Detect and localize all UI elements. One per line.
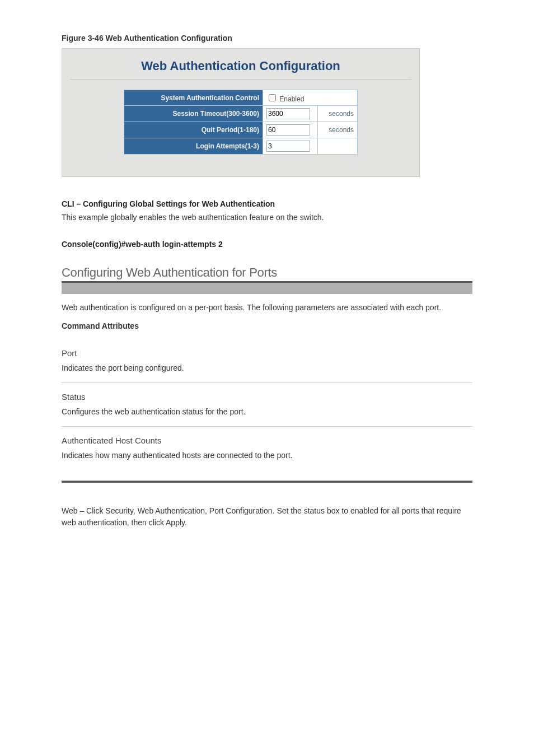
cell-quit-period xyxy=(263,122,318,138)
port-intro: Web authentication is configured on a pe… xyxy=(62,302,472,313)
param-desc-port: Indicates the port being configured. xyxy=(62,362,472,374)
unit-session-timeout: seconds xyxy=(318,106,358,122)
cell-enabled: Enabled xyxy=(263,90,358,106)
row-sys-auth-ctrl: System Authentication Control Enabled xyxy=(124,90,358,106)
cli-text: This example globally enables the web au… xyxy=(62,212,472,223)
param-row-status: Status Configures the web authentication… xyxy=(62,383,472,427)
row-session-timeout: Session Timeout(300-3600) seconds xyxy=(124,106,358,122)
row-quit-period: Quit Period(1-180) seconds xyxy=(124,122,358,138)
param-row-auth-counts: Authenticated Host Counts Indicates how … xyxy=(62,427,472,470)
unit-quit-period: seconds xyxy=(318,122,358,138)
checkbox-enabled-label: Enabled xyxy=(279,95,304,103)
param-desc-auth-counts: Indicates how many authenticated hosts a… xyxy=(62,450,472,461)
input-session-timeout[interactable] xyxy=(266,108,310,119)
label-session-timeout: Session Timeout(300-3600) xyxy=(124,106,263,122)
cell-login-attempts xyxy=(263,138,318,155)
param-name-port: Port xyxy=(62,348,472,358)
panel-divider xyxy=(70,79,411,80)
config-table: System Authentication Control Enabled Se… xyxy=(124,90,358,155)
input-login-attempts[interactable] xyxy=(266,141,310,152)
param-name-status: Status xyxy=(62,392,472,402)
section-rule-grey xyxy=(62,283,472,294)
input-quit-period[interactable] xyxy=(266,124,310,136)
screenshot-panel: Web Authentication Configuration System … xyxy=(62,48,420,177)
footer-text: Web – Click Security, Web Authentication… xyxy=(62,505,472,528)
panel-title: Web Authentication Configuration xyxy=(70,59,411,73)
figure-label: Figure 3-46 Web Authentication Configura… xyxy=(62,34,472,43)
bottom-rule-thin xyxy=(62,480,472,480)
cli-heading: CLI – Configuring Global Settings for We… xyxy=(62,199,472,208)
port-section-title: Configuring Web Authentication for Ports xyxy=(62,265,472,280)
label-quit-period: Quit Period(1-180) xyxy=(124,122,263,138)
param-list: Port Indicates the port being configured… xyxy=(62,339,472,470)
unit-login-attempts xyxy=(318,138,358,155)
checkbox-enabled[interactable] xyxy=(269,94,276,101)
param-desc-status: Configures the web authentication status… xyxy=(62,406,472,417)
params-label: Command Attributes xyxy=(62,321,472,330)
param-row-port: Port Indicates the port being configured… xyxy=(62,339,472,383)
cell-session-timeout xyxy=(263,106,318,122)
label-sys-auth-ctrl: System Authentication Control xyxy=(124,90,263,106)
bottom-rule-thick xyxy=(62,481,472,483)
cli-console-line: Console(config)#web-auth login-attempts … xyxy=(62,240,472,249)
label-login-attempts: Login Attempts(1-3) xyxy=(124,138,263,155)
row-login-attempts: Login Attempts(1-3) xyxy=(124,138,358,155)
param-name-auth-counts: Authenticated Host Counts xyxy=(62,436,472,445)
